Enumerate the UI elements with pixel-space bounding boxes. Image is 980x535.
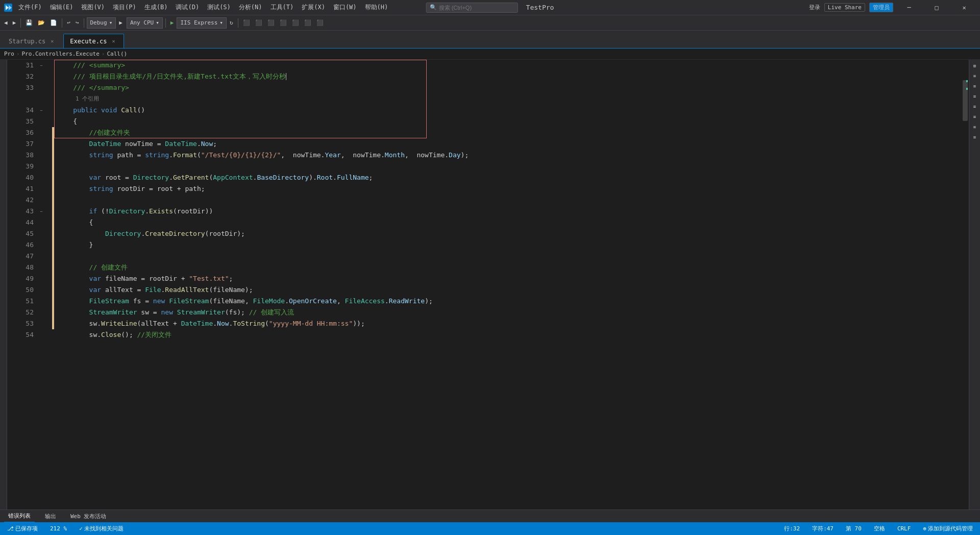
encoding-status[interactable]: 空格 [871,522,888,535]
server-dropdown[interactable]: IIS Express ▾ [177,17,226,29]
right-panel-btn-5[interactable]: ≡ [971,103,979,111]
tab-startupcs[interactable]: Startup.cs✕ [2,34,62,48]
fold-btn-34[interactable]: − [38,105,45,116]
code-line-40: var root = Directory.GetParent(AppContex… [54,172,962,183]
title-bar: 文件(F)编辑(E)视图(V)项目(P)生成(B)调试(D)测试(S)分析(N)… [0,0,980,15]
error-status[interactable]: ✓ 未找到相关问题 [76,522,127,535]
refresh-button[interactable]: ↻ [228,17,235,29]
nav-member[interactable]: Call() [107,51,127,57]
menu-item-分析N[interactable]: 分析(N) [235,0,266,15]
code-token: rootDir = root + path; [113,183,205,194]
code-line-34: public void Call() [54,105,962,116]
right-panel-btn-7[interactable]: ≡ [971,123,979,131]
tab-executecs[interactable]: Execute.cs✕ [63,34,124,48]
live-share-label[interactable]: Live Share [824,3,865,12]
nav-bar: Pro › Pro.Controllers.Execute › Call() [0,48,980,60]
toolbar-separator-4 [165,18,166,28]
new-button[interactable]: 📄 [48,17,59,29]
code-line-42 [54,194,962,206]
scrollbar-track[interactable] [962,60,969,509]
code-line-53: sw.WriteLine(allText + DateTime.Now.ToSt… [54,318,962,329]
code-token: )); [353,318,364,329]
start-button[interactable]: ▶ [168,17,176,29]
code-token: "yyyy-MM-dd HH:mm:ss" [269,318,353,329]
code-line-ref: 1 个引用 [54,93,962,105]
code-token: string [57,150,113,161]
col-status[interactable]: 字符:47 [809,522,837,535]
toolbar-extra-5[interactable]: ⬛ [290,17,301,29]
toolbar-extra-6[interactable]: ⬛ [302,17,313,29]
row-status[interactable]: 行:32 [781,522,803,535]
search-box[interactable]: 🔍 [426,3,518,13]
title-center: 🔍 TestPro [426,3,554,13]
code-lens[interactable]: 1 个引用 [57,93,99,105]
fold-btn-31[interactable]: − [38,60,45,71]
debug-mode-dropdown[interactable]: Debug ▾ [87,17,116,29]
toolbar-extra-4[interactable]: ⬛ [278,17,289,29]
menu-item-工具T[interactable]: 工具(T) [266,0,298,15]
right-panel-btn-3[interactable]: ≡ [971,82,979,90]
code-line-36: //创建文件夹 [54,127,962,138]
minimize-button[interactable]: ─ [897,0,921,15]
menu-item-调试D[interactable]: 调试(D) [172,0,203,15]
code-line-44: { [54,217,962,228]
undo-button[interactable]: ↩ [65,17,72,29]
run-target-button[interactable]: ▶ [117,17,125,29]
menu-item-生成B[interactable]: 生成(B) [140,0,172,15]
menu-item-视图V[interactable]: 视图(V) [77,0,109,15]
toolbar-extra-1[interactable]: ⬛ [241,17,252,29]
zoom-status[interactable]: 212 % [47,522,70,535]
back-button[interactable]: ◀ [2,17,10,29]
right-panel-btn-8[interactable]: ≡ [971,133,979,141]
tab-close-icon[interactable]: ✕ [110,38,117,45]
maximize-button[interactable]: □ [925,0,948,15]
cpu-dropdown[interactable]: Any CPU ▾ [127,17,163,29]
menu-item-帮助H[interactable]: 帮助(H) [361,0,393,15]
menu-item-文件F[interactable]: 文件(F) [14,0,46,15]
right-panel-btn-1[interactable]: ⊞ [971,62,979,70]
toolbar-extra-2[interactable]: ⬛ [253,17,264,29]
scrollbar-thumb[interactable] [963,80,968,121]
right-panel-btn-6[interactable]: ≡ [971,113,979,121]
line-ending-status[interactable]: CRLF [894,522,914,535]
code-token: { [57,116,77,127]
code-token: ( [265,318,269,329]
user-label[interactable]: 登录 [809,4,820,11]
menu-item-窗口W[interactable]: 窗口(W) [329,0,361,15]
open-button[interactable]: 📂 [36,17,47,29]
web-publish-tab[interactable]: Web 发布活动 [66,510,111,523]
code-token: Month [385,150,405,161]
right-panel-btn-2[interactable]: ≡ [971,72,979,80]
toolbar-extra-7[interactable]: ⬛ [314,17,326,29]
fold-btn-35 [38,116,45,127]
output-tab[interactable]: 输出 [41,510,60,523]
right-panel-btn-4[interactable]: ≡ [971,92,979,101]
fold-btn-43[interactable]: − [38,206,45,217]
menu-item-测试S[interactable]: 测试(S) [203,0,235,15]
title-bar-right: 登录 Live Share 管理员 ─ □ ✕ [809,0,976,15]
manage-label[interactable]: 管理员 [869,3,893,12]
menu-item-扩展X[interactable]: 扩展(X) [298,0,329,15]
source-control-status[interactable]: ⎇ 已保存项 [4,522,41,535]
toolbar-extra-3[interactable]: ⬛ [265,17,277,29]
code-line-45: Directory.CreateDirectory(rootDir); [54,228,962,239]
redo-button[interactable]: ↪ [74,17,81,29]
code-token: . [213,318,217,329]
nav-file[interactable]: Pro.Controllers.Execute [22,51,100,57]
forward-button[interactable]: ▶ [11,17,18,29]
menu-item-项目P[interactable]: 项目(P) [109,0,140,15]
add-source-status[interactable]: ⊕ 添加到源代码管理 [920,522,976,535]
tab-close-icon[interactable]: ✕ [48,38,56,45]
error-list-tab[interactable]: 错误列表 [4,510,35,523]
fold-btn-36 [38,127,45,138]
nav-project[interactable]: Pro [4,51,14,57]
search-input[interactable] [439,5,510,11]
row-label: 行:32 [784,525,800,532]
pos-status[interactable]: 第 70 [843,522,865,535]
close-button[interactable]: ✕ [952,0,976,15]
save-button[interactable]: 💾 [23,17,35,29]
menu-item-编辑E[interactable]: 编辑(E) [46,0,78,15]
code-line-43: if (!Directory.Exists(rootDir)) [54,206,962,217]
code-content[interactable]: /// <summary> /// 项目根目录生成年/月/日文件夹,新建Test… [54,60,962,509]
code-token: { [57,217,93,228]
